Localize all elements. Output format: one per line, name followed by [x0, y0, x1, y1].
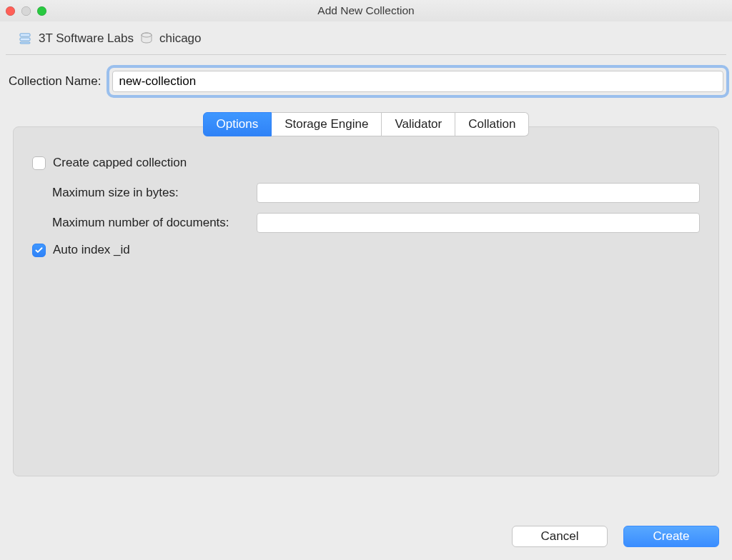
max-size-row: Maximum size in bytes: [52, 183, 700, 203]
svg-rect-2 [20, 42, 30, 44]
cancel-button[interactable]: Cancel [512, 526, 608, 547]
window-controls [6, 6, 46, 16]
connection-icon [19, 31, 33, 46]
collection-name-input[interactable] [112, 71, 723, 92]
auto-index-row: Auto index _id [32, 243, 700, 257]
tab-bar: Options Storage Engine Validator Collati… [13, 112, 719, 136]
auto-index-checkbox[interactable] [32, 244, 46, 257]
close-window-icon[interactable] [6, 6, 15, 16]
collection-name-row: Collection Name: [0, 55, 732, 98]
dialog-footer: Cancel Create [512, 526, 719, 547]
database-icon [139, 31, 154, 46]
max-size-input[interactable] [257, 183, 700, 203]
tab-collation[interactable]: Collation [455, 112, 529, 136]
max-docs-input[interactable] [257, 213, 700, 233]
titlebar: Add New Collection [0, 0, 732, 21]
breadcrumb: 3T Software Labs chicago [6, 21, 726, 55]
tab-validator[interactable]: Validator [382, 112, 455, 136]
max-size-label: Maximum size in bytes: [52, 186, 257, 200]
breadcrumb-connection: 3T Software Labs [39, 31, 134, 46]
svg-rect-0 [20, 34, 30, 36]
options-panel: Create capped collection Maximum size in… [13, 126, 719, 476]
collection-name-focus-ring [109, 68, 726, 95]
max-docs-label: Maximum number of documents: [52, 216, 257, 230]
create-button[interactable]: Create [623, 526, 719, 547]
auto-index-label: Auto index _id [53, 243, 130, 257]
zoom-window-icon[interactable] [37, 6, 46, 16]
svg-rect-1 [20, 38, 30, 41]
tab-options[interactable]: Options [203, 112, 272, 136]
create-capped-label: Create capped collection [53, 156, 187, 170]
max-docs-row: Maximum number of documents: [52, 213, 700, 233]
create-capped-checkbox[interactable] [32, 156, 46, 170]
collection-name-label: Collection Name: [9, 74, 101, 89]
breadcrumb-database: chicago [159, 31, 202, 46]
tab-storage-engine[interactable]: Storage Engine [272, 112, 382, 136]
window-title: Add New Collection [0, 4, 732, 17]
create-capped-row: Create capped collection [32, 156, 700, 170]
minimize-window-icon [21, 6, 31, 16]
